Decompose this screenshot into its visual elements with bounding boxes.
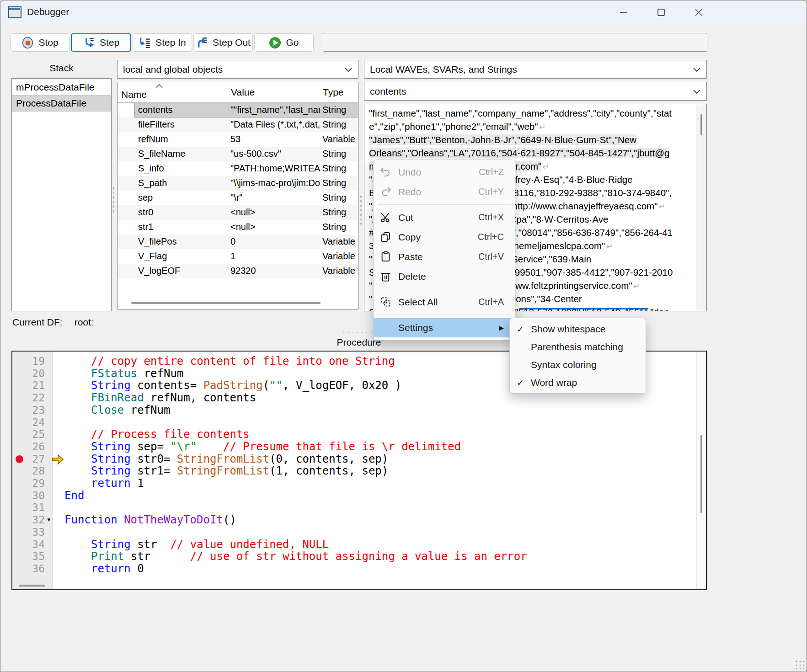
- table-row[interactable]: S_info"PATH:home;WRITEABL...String: [118, 161, 358, 176]
- code-token: FBinRead: [91, 391, 144, 404]
- step-button[interactable]: Step: [71, 33, 131, 52]
- line-number-gutter[interactable]: 1920212223242526272829303132▼33343536: [12, 352, 53, 589]
- select-all-icon: [378, 296, 393, 308]
- breakpoint-icon[interactable]: [16, 455, 23, 463]
- cell-name: str1: [138, 222, 153, 232]
- stack-item-selected[interactable]: ProcessDataFile: [12, 96, 111, 112]
- fold-triangle-icon[interactable]: ▼: [46, 517, 52, 523]
- cell-name: refNum: [138, 134, 168, 144]
- code-line: Print str // use of str without assignin…: [91, 550, 527, 563]
- cell-type: String: [322, 163, 346, 174]
- return-mark-icon: ↵: [606, 241, 613, 251]
- context-menu: Undo Ctrl+Z Redo Ctrl+Y Cut Ctrl+X Copy …: [373, 160, 515, 341]
- menu-item-select-all[interactable]: Select All Ctrl+A: [374, 292, 515, 312]
- horizontal-scrollbar[interactable]: [19, 585, 45, 587]
- code-token: (: [263, 379, 269, 392]
- step-out-button[interactable]: Step Out: [193, 33, 253, 52]
- text-caret-line: [519, 308, 648, 309]
- menu-separator: [378, 204, 511, 205]
- submenu-item-parenthesis-matching[interactable]: Parenthesis matching: [510, 338, 646, 356]
- maximize-button[interactable]: [647, 0, 676, 24]
- menu-item-undo[interactable]: Undo Ctrl+Z: [374, 162, 515, 182]
- line-number[interactable]: 26: [12, 441, 45, 453]
- table-row[interactable]: fileFilters"Data Files (*.txt,*.dat,*...…: [118, 117, 358, 132]
- stop-button[interactable]: Stop: [11, 33, 69, 52]
- line-number[interactable]: 33: [12, 526, 45, 539]
- code-line: return 0: [91, 563, 144, 575]
- line-number[interactable]: 31: [12, 501, 45, 514]
- line-number[interactable]: 28: [12, 465, 45, 477]
- code-token: 1: [131, 477, 144, 490]
- code-token: String: [91, 538, 131, 551]
- column-header-type[interactable]: Type: [319, 82, 344, 100]
- line-number[interactable]: 22: [12, 392, 45, 404]
- line-number[interactable]: 25: [12, 428, 45, 441]
- table-row[interactable]: S_fileName"us-500.csv"String: [118, 147, 358, 161]
- line-number[interactable]: 30: [12, 490, 45, 502]
- menu-item-cut[interactable]: Cut Ctrl+X: [374, 208, 515, 227]
- code-token: str: [131, 538, 171, 551]
- line-number[interactable]: 35: [12, 550, 45, 563]
- table-row[interactable]: V_Flag1Variable: [118, 249, 358, 264]
- cell-name: V_Flag: [138, 251, 167, 261]
- code-token: StringFromList: [177, 453, 269, 465]
- line-number[interactable]: 32: [12, 514, 45, 526]
- column-header-value[interactable]: Value: [227, 82, 255, 100]
- table-row[interactable]: sep"\r"String: [118, 191, 358, 205]
- copy-icon: [378, 231, 393, 243]
- redo-icon: [378, 186, 393, 198]
- table-row[interactable]: str1<null>String: [118, 220, 358, 235]
- submenu-item-syntax-coloring[interactable]: Syntax coloring: [510, 356, 646, 373]
- menu-item-copy[interactable]: Copy Ctrl+C: [374, 227, 515, 247]
- code-token: return: [91, 477, 131, 490]
- horizontal-scrollbar[interactable]: [131, 302, 321, 304]
- window-resize-grip[interactable]: [794, 659, 805, 670]
- table-row[interactable]: str0<null>String: [118, 205, 358, 220]
- string-select-dropdown[interactable]: contents: [364, 82, 707, 101]
- line-number[interactable]: 34: [12, 539, 45, 551]
- step-in-button[interactable]: Step In: [133, 33, 192, 52]
- submenu-item-show-whitespace[interactable]: ✓ Show whitespace: [510, 320, 646, 338]
- submenu-item-word-wrap[interactable]: ✓ Word wrap: [510, 373, 646, 391]
- table-row[interactable]: contents""first_name","last_nam...String: [118, 103, 358, 117]
- line-number[interactable]: 21: [12, 379, 45, 392]
- line-number[interactable]: 19: [12, 355, 45, 368]
- code-line: // copy entire content of file into one …: [91, 355, 395, 368]
- splitter-grip[interactable]: [342, 331, 375, 334]
- menu-item-paste[interactable]: Paste Ctrl+V: [374, 247, 515, 267]
- cell-name: str0: [138, 207, 153, 218]
- strings-category-dropdown[interactable]: Local WAVEs, SVARs, and Strings: [364, 60, 707, 79]
- line-number[interactable]: 23: [12, 404, 45, 416]
- go-button[interactable]: Go: [254, 33, 314, 52]
- table-row[interactable]: refNum53Variable: [118, 132, 358, 147]
- table-row[interactable]: V_filePos0Variable: [118, 235, 358, 249]
- code-token: End: [64, 489, 84, 502]
- close-button[interactable]: [684, 0, 713, 24]
- menu-item-settings[interactable]: Settings ▶: [374, 318, 515, 337]
- table-row[interactable]: S_path"\\jims-mac-pro\jim:Do...String: [118, 176, 358, 191]
- scrollbar-thumb[interactable]: [700, 114, 702, 135]
- line-number[interactable]: 29: [12, 477, 45, 490]
- table-row[interactable]: V_logEOF92320Variable: [118, 264, 358, 278]
- line-number[interactable]: 36: [12, 563, 45, 575]
- cell-type: String: [322, 178, 346, 188]
- column-header-name[interactable]: Name: [121, 89, 147, 100]
- code-token: Close: [91, 404, 124, 416]
- stack-item[interactable]: mProcessDataFile: [12, 80, 111, 96]
- objects-scope-dropdown[interactable]: local and global objects: [117, 60, 358, 79]
- vertical-scrollbar[interactable]: [696, 104, 706, 311]
- scrollbar-thumb[interactable]: [700, 435, 702, 513]
- code-token: PadString: [203, 379, 263, 392]
- splitter-grip[interactable]: [112, 186, 115, 214]
- menu-item-redo[interactable]: Redo Ctrl+Y: [374, 182, 515, 202]
- debugger-window: Debugger Stop Step Step In Step Out Go S…: [0, 0, 807, 672]
- line-number[interactable]: 24: [12, 416, 45, 429]
- string-select-value: contents: [370, 86, 406, 97]
- splitter-grip[interactable]: [360, 194, 362, 224]
- line-number[interactable]: 20: [12, 368, 45, 380]
- vertical-scrollbar[interactable]: [696, 352, 706, 589]
- menu-item-delete[interactable]: Delete: [374, 267, 515, 286]
- step-out-icon: [196, 37, 208, 49]
- cell-value: "\\jims-mac-pro\jim:Do...: [230, 178, 320, 188]
- minimize-button[interactable]: [609, 0, 638, 24]
